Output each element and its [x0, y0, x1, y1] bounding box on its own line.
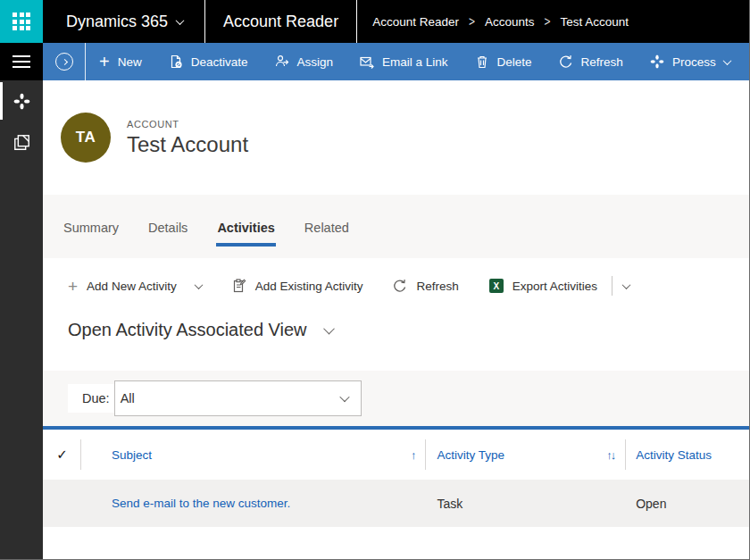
- sort-both-icon: ↑↓: [606, 448, 614, 462]
- deactivate-button-label: Deactivate: [191, 55, 248, 69]
- breadcrumb-record[interactable]: Test Account: [561, 15, 629, 29]
- delete-button-label: Delete: [497, 55, 532, 69]
- tab-related[interactable]: Related: [304, 215, 350, 247]
- process-icon: [650, 54, 664, 69]
- tab-details[interactable]: Details: [147, 215, 188, 247]
- checkmark-icon: ✓: [56, 447, 68, 463]
- activity-type-header-label: Activity Type: [437, 448, 504, 462]
- record-header: TA ACCOUNT Test Account: [43, 80, 749, 195]
- view-selector[interactable]: Open Activity Associated View: [68, 320, 749, 340]
- command-bar: + New Deactivate Assign: [43, 43, 749, 80]
- process-button[interactable]: Process: [637, 43, 744, 80]
- chevron-down-icon: [722, 56, 731, 65]
- chevron-down-icon: [323, 323, 335, 335]
- activities-grid: ✓ Subject ↑ Activity Type ↑↓ Activi: [43, 426, 749, 559]
- breadcrumb-app[interactable]: Account Reader: [372, 15, 459, 29]
- grid-refresh-button[interactable]: Refresh: [393, 279, 458, 293]
- expand-command-bar-button[interactable]: [55, 53, 73, 71]
- add-existing-activity-label: Add Existing Activity: [255, 280, 363, 293]
- column-header-activity-status[interactable]: Activity Status: [626, 430, 749, 480]
- export-activities-button[interactable]: X Export Activities: [489, 279, 597, 293]
- page-shell: TA ACCOUNT Test Account Summary Details …: [0, 80, 749, 559]
- refresh-button-label: Refresh: [581, 55, 623, 69]
- new-button-label: New: [118, 55, 142, 69]
- select-all-checkbox[interactable]: ✓: [43, 430, 81, 480]
- clipboard-edit-icon: [232, 279, 246, 293]
- grid-refresh-label: Refresh: [416, 280, 458, 293]
- product-name: Dynamics 365: [66, 13, 168, 31]
- toolbar-overflow-button[interactable]: [623, 283, 629, 289]
- grid-header-row: ✓ Subject ↑ Activity Type ↑↓ Activi: [43, 430, 749, 480]
- deactivate-icon: [169, 54, 183, 69]
- email-a-link-button[interactable]: Email a Link: [346, 43, 462, 80]
- breadcrumb: Account Reader > Accounts > Test Account: [357, 0, 629, 43]
- activities-toolbar-band: + Add New Activity Add Existing Activity: [43, 258, 749, 371]
- row-subject-cell: Send e-mail to the new customer.: [81, 497, 427, 510]
- sidebar-item-process-settings[interactable]: [0, 80, 43, 121]
- delete-button[interactable]: Delete: [462, 43, 546, 80]
- due-filter-label: Due:: [68, 384, 114, 413]
- column-header-subject[interactable]: Subject ↑: [81, 430, 427, 480]
- add-new-activity-label: Add New Activity: [87, 280, 177, 293]
- plus-icon: +: [99, 55, 110, 68]
- refresh-icon: [393, 279, 407, 293]
- main-content: TA ACCOUNT Test Account Summary Details …: [43, 80, 749, 559]
- avatar: TA: [61, 113, 111, 163]
- activity-subject-link[interactable]: Send e-mail to the new customer.: [112, 497, 290, 510]
- dynamics-365-window: Dynamics 365 Account Reader Account Read…: [0, 0, 750, 560]
- row-activity-type-cell: Task: [426, 497, 626, 511]
- table-row[interactable]: Send e-mail to the new customer. Task Op…: [43, 480, 749, 527]
- breadcrumb-separator: >: [469, 13, 475, 29]
- activity-status-header-label: Activity Status: [636, 448, 712, 462]
- tab-summary[interactable]: Summary: [62, 215, 120, 247]
- hamburger-icon: [12, 55, 30, 68]
- due-filter-select[interactable]: All: [114, 380, 362, 416]
- top-navigation-bar: Dynamics 365 Account Reader Account Read…: [0, 0, 749, 43]
- chevron-down-icon: [176, 16, 185, 25]
- chevron-down-icon: [196, 283, 202, 289]
- site-map-toggle-button[interactable]: [0, 43, 43, 80]
- plus-icon: +: [68, 280, 78, 293]
- pinwheel-icon: [13, 93, 30, 110]
- toolbar-divider: [612, 276, 612, 296]
- assign-button[interactable]: Assign: [262, 43, 347, 80]
- delete-icon: [475, 54, 489, 69]
- waffle-icon: [12, 13, 30, 30]
- breadcrumb-separator: >: [544, 13, 550, 29]
- chevron-down-icon: [339, 392, 349, 402]
- tab-activities[interactable]: Activities: [216, 215, 275, 247]
- tab-strip: Summary Details Activities Related: [43, 195, 749, 258]
- new-button[interactable]: + New: [86, 43, 155, 80]
- app-name[interactable]: Account Reader: [205, 0, 356, 43]
- sort-ascending-icon: ↑: [411, 448, 415, 462]
- app-launcher-button[interactable]: [0, 0, 43, 43]
- subject-header-label: Subject: [112, 448, 152, 462]
- breadcrumb-entity[interactable]: Accounts: [485, 15, 535, 29]
- refresh-icon: [559, 54, 573, 69]
- view-selector-label: Open Activity Associated View: [68, 320, 307, 340]
- page-title: Test Account: [127, 132, 248, 157]
- chevron-right-icon: [61, 58, 67, 64]
- due-filter-value: All: [121, 391, 135, 405]
- assign-icon: [275, 54, 289, 69]
- export-activities-label: Export Activities: [512, 280, 597, 293]
- recent-pages-icon: [13, 134, 30, 151]
- grid-toolbar: + Add New Activity Add Existing Activity: [68, 271, 749, 301]
- product-switcher[interactable]: Dynamics 365: [43, 0, 204, 43]
- process-button-label: Process: [672, 55, 716, 69]
- chevron-down-icon: [623, 283, 629, 289]
- site-map-sidebar: [0, 80, 43, 559]
- filter-band: Due: All: [43, 371, 749, 426]
- assign-button-label: Assign: [297, 55, 334, 69]
- column-header-activity-type[interactable]: Activity Type ↑↓: [426, 430, 626, 480]
- email-link-icon: [360, 54, 374, 69]
- refresh-button[interactable]: Refresh: [546, 43, 637, 80]
- row-activity-status-cell: Open: [626, 497, 749, 511]
- sidebar-item-recent[interactable]: [0, 121, 43, 163]
- add-existing-activity-button[interactable]: Add Existing Activity: [232, 279, 363, 293]
- deactivate-button[interactable]: Deactivate: [155, 43, 262, 80]
- entity-type-label: ACCOUNT: [127, 119, 248, 130]
- add-new-activity-button[interactable]: + Add New Activity: [68, 280, 202, 293]
- command-bar-row: + New Deactivate Assign: [0, 43, 749, 80]
- email-a-link-button-label: Email a Link: [382, 55, 448, 69]
